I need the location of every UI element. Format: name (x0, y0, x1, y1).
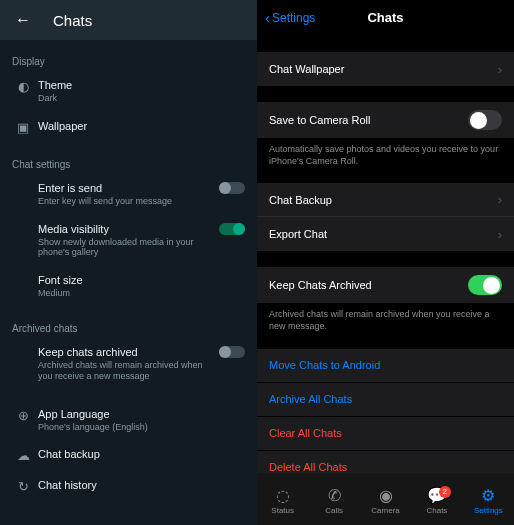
chat-history-label: Chat history (38, 479, 245, 491)
save-camera-roll-label: Save to Camera Roll (269, 114, 468, 126)
phone-icon: ✆ (328, 488, 341, 504)
camera-icon: ◉ (379, 488, 393, 504)
app-language-row[interactable]: ⊕ App Language Phone's language (English… (0, 400, 257, 441)
tab-calls-label: Calls (325, 506, 343, 515)
theme-value: Dark (38, 93, 245, 104)
save-camera-roll-footer: Automatically save photos and videos you… (257, 138, 514, 167)
keep-archived-footer: Archived chats will remain archived when… (257, 303, 514, 332)
chat-backup-row[interactable]: ☁ Chat backup (0, 440, 257, 471)
wallpaper-row[interactable]: ▣ Wallpaper (0, 112, 257, 143)
wallpaper-icon: ▣ (12, 120, 34, 135)
tab-chats[interactable]: 💬 2 Chats (411, 488, 462, 515)
history-icon: ↻ (12, 479, 34, 494)
keep-archived-label: Keep Chats Archived (269, 279, 468, 291)
back-arrow-icon[interactable]: ← (15, 11, 31, 29)
keep-archived-sub: Archived chats will remain archived when… (38, 360, 215, 382)
section-display: Display (0, 50, 257, 71)
tab-calls[interactable]: ✆ Calls (308, 488, 359, 515)
clear-all-label: Clear All Chats (269, 427, 502, 439)
section-chat-settings: Chat settings (0, 153, 257, 174)
move-android-row[interactable]: Move Chats to Android (257, 349, 514, 383)
tab-chats-label: Chats (426, 506, 447, 515)
tab-settings[interactable]: ⚙ Settings (463, 488, 514, 515)
keep-archived-label: Keep chats archived (38, 346, 215, 358)
chat-backup-label: Chat backup (38, 448, 245, 460)
status-icon: ◌ (276, 488, 290, 504)
enter-send-sub: Enter key will send your message (38, 196, 215, 207)
font-size-value: Medium (38, 288, 245, 299)
chevron-right-icon: › (498, 192, 502, 207)
page-title: Chats (53, 12, 92, 29)
chat-history-row[interactable]: ↻ Chat history (0, 471, 257, 502)
archive-all-label: Archive All Chats (269, 393, 502, 405)
keep-archived-row[interactable]: Keep chats archived Archived chats will … (0, 338, 257, 390)
enter-send-label: Enter is send (38, 182, 215, 194)
tab-settings-label: Settings (474, 506, 503, 515)
enter-is-send-row[interactable]: Enter is send Enter key will send your m… (0, 174, 257, 215)
export-chat-label: Export Chat (269, 228, 498, 240)
ios-chats-settings: Chats ‹ Settings Chat Wallpaper › Save t… (257, 0, 514, 525)
media-vis-label: Media visibility (38, 223, 215, 235)
archive-all-row[interactable]: Archive All Chats (257, 383, 514, 417)
chats-badge: 2 (439, 486, 451, 498)
theme-label: Theme (38, 79, 245, 91)
wallpaper-label: Wallpaper (38, 120, 245, 132)
app-lang-label: App Language (38, 408, 245, 420)
save-camera-roll-toggle[interactable] (468, 110, 502, 130)
nav-bar: Chats ‹ Settings (257, 0, 514, 36)
app-lang-value: Phone's language (English) (38, 422, 245, 433)
chat-wallpaper-label: Chat Wallpaper (269, 63, 498, 75)
theme-icon: ◐ (12, 79, 34, 94)
export-chat-row[interactable]: Export Chat › (257, 217, 514, 251)
keep-archived-row[interactable]: Keep Chats Archived (257, 267, 514, 303)
move-android-label: Move Chats to Android (269, 359, 502, 371)
cloud-up-icon: ☁ (12, 448, 34, 463)
chat-backup-row[interactable]: Chat Backup › (257, 183, 514, 217)
android-chats-settings: ← Chats Display ◐ Theme Dark ▣ Wallpaper… (0, 0, 257, 525)
chat-backup-label: Chat Backup (269, 194, 498, 206)
header: ← Chats (0, 0, 257, 40)
keep-archived-toggle[interactable] (468, 275, 502, 295)
tab-bar: ◌ Status ✆ Calls ◉ Camera 💬 2 Chats ⚙ Se… (257, 473, 514, 525)
clear-all-row[interactable]: Clear All Chats (257, 417, 514, 451)
chevron-right-icon: › (498, 227, 502, 242)
theme-row[interactable]: ◐ Theme Dark (0, 71, 257, 112)
section-archived: Archived chats (0, 317, 257, 338)
chevron-right-icon: › (498, 62, 502, 77)
tab-status[interactable]: ◌ Status (257, 488, 308, 515)
save-camera-roll-row[interactable]: Save to Camera Roll (257, 102, 514, 138)
enter-send-toggle[interactable] (219, 182, 245, 194)
media-vis-sub: Show newly downloaded media in your phon… (38, 237, 215, 259)
delete-all-label: Delete All Chats (269, 461, 502, 473)
tab-camera[interactable]: ◉ Camera (360, 488, 411, 515)
font-size-label: Font size (38, 274, 245, 286)
media-visibility-row[interactable]: Media visibility Show newly downloaded m… (0, 215, 257, 267)
tab-camera-label: Camera (371, 506, 399, 515)
gear-icon: ⚙ (481, 488, 495, 504)
globe-icon: ⊕ (12, 408, 34, 423)
chat-wallpaper-row[interactable]: Chat Wallpaper › (257, 52, 514, 86)
page-title: Chats (257, 10, 514, 25)
keep-archived-toggle[interactable] (219, 346, 245, 358)
tab-status-label: Status (271, 506, 294, 515)
media-vis-toggle[interactable] (219, 223, 245, 235)
font-size-row[interactable]: Font size Medium (0, 266, 257, 307)
